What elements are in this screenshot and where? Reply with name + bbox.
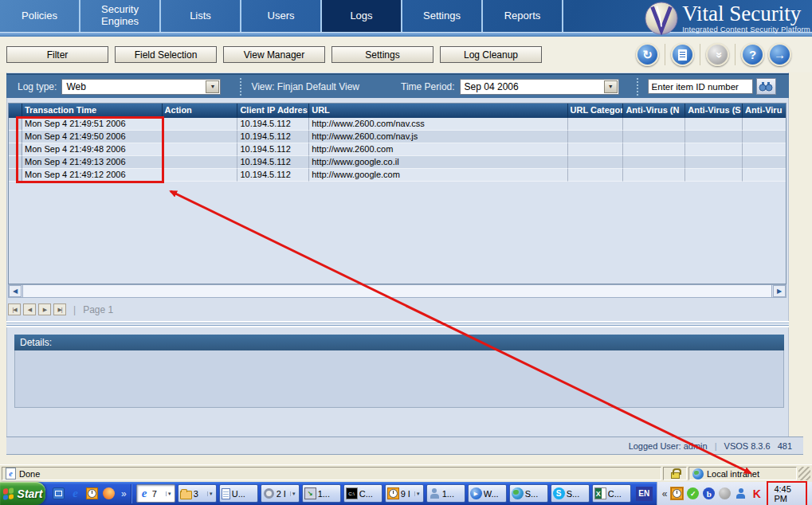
report-icon[interactable] [671,43,694,66]
field-selection-button[interactable]: Field Selection [115,46,217,63]
item-id-input[interactable] [648,79,753,94]
task-ie-group[interactable]: 7 ▼ [136,484,175,503]
task-installer[interactable]: 1... [302,484,341,503]
cell-anti-virus-3 [743,156,786,169]
task-folder-group[interactable]: 3 ▼ [178,484,217,503]
cell-client-ip: 10.194.5.112 [237,156,309,169]
cell-url-category [568,156,624,169]
tray-collapse-icon[interactable]: « [662,488,668,499]
table-row[interactable]: Mon Sep 4 21:49:50 2006 10.194.5.112 htt… [9,131,786,143]
cell-anti-virus-2 [685,156,743,169]
commit-chevron-icon[interactable]: « [706,43,729,66]
task-label: S... [525,489,546,499]
col-anti-virus-3[interactable]: Anti-Viru [743,104,786,118]
tab-label: Reports [504,10,541,22]
col-url-category[interactable]: URL Categor [568,104,624,118]
scrollbar-thumb[interactable] [22,285,772,297]
chevron-down-icon[interactable]: ▼ [604,80,618,93]
col-anti-virus-2[interactable]: Anti-Virus (S [685,104,743,118]
start-button[interactable]: Start [0,482,45,505]
chevron-down-icon[interactable]: ▼ [166,491,173,496]
app-circle-icon [264,488,274,499]
tab-policies[interactable]: Policies [0,0,80,32]
globe-icon [512,487,524,499]
search-binoculars-icon[interactable] [756,78,776,95]
task-user-app[interactable]: 1... [426,484,465,503]
table-row[interactable]: Mon Sep 4 21:49:48 2006 10.194.5.112 htt… [9,143,786,156]
task-cmd[interactable]: C... [343,484,382,503]
tab-settings[interactable]: Settings [402,0,483,32]
taskbar-clock[interactable]: 4:45 PM [767,481,807,505]
tab-reports[interactable]: Reports [483,0,563,32]
first-page-icon[interactable]: |◀ [8,303,21,315]
quick-launch: » [53,487,127,499]
folder-icon [180,491,192,499]
scroll-right-icon[interactable]: ▶ [773,285,786,297]
user-icon [429,487,441,499]
cell-url: http://www.google.co.il [309,156,567,169]
tray-check-icon[interactable] [687,487,699,499]
task-label: S... [567,489,587,499]
col-client-ip[interactable]: Client IP Addres [237,104,309,118]
table-row[interactable]: Mon Sep 4 21:49:13 2006 10.194.5.112 htt… [9,156,786,169]
chevron-down-icon[interactable]: ▼ [206,80,219,93]
show-desktop-icon[interactable] [53,487,65,499]
filter-button[interactable]: Filter [6,46,108,63]
tray-gray-app-icon[interactable] [719,487,731,499]
horizontal-scrollbar[interactable]: ◀ ▶ [8,284,787,298]
tab-label: Policies [22,10,57,22]
internet-explorer-icon[interactable] [69,487,81,499]
task-label: 7 [152,489,164,499]
filter-bar: Log type: Web ▼ View: Finjan Default Vie… [6,73,789,98]
logout-icon[interactable]: → [768,43,791,66]
task-label: C... [608,489,629,499]
col-transaction-time[interactable]: Transaction Time [22,104,163,118]
task-document[interactable]: U... [219,484,258,503]
last-page-icon[interactable]: ▶| [53,303,66,315]
splitter-bar[interactable] [6,321,789,327]
col-action[interactable]: Action [163,104,238,118]
clock-icon [387,487,399,499]
log-type-select[interactable]: Web ▼ [61,79,221,95]
log-cleanup-button[interactable]: Log Cleanup [440,46,542,63]
task-globe-app[interactable]: S... [509,484,548,503]
chevron-down-icon[interactable]: ▼ [290,491,297,496]
table-row[interactable]: Mon Sep 4 21:49:51 2006 10.194.5.112 htt… [9,118,786,131]
scroll-left-icon[interactable]: ◀ [9,285,22,297]
tab-security-engines[interactable]: Security Engines [80,0,161,32]
quick-launch-overflow-icon[interactable]: » [121,488,127,499]
task-skype[interactable]: S... [551,484,590,503]
cell-anti-virus-2 [685,131,743,143]
chevron-down-icon[interactable]: ▼ [207,491,214,496]
tray-messenger-person-icon[interactable] [735,487,747,499]
language-indicator[interactable]: EN [636,487,653,501]
settings-button[interactable]: Settings [331,46,433,63]
cell-anti-virus-3 [743,118,786,131]
col-anti-virus-1[interactable]: Anti-Virus (N [623,104,685,118]
tab-lists[interactable]: Lists [161,0,241,32]
refresh-icon[interactable]: ↻ [636,43,659,66]
tray-clock-app-icon[interactable] [671,487,683,499]
tab-logs[interactable]: Logs [322,0,402,32]
resize-grip[interactable] [798,467,810,480]
details-panel [14,350,784,408]
next-page-icon[interactable]: ▶ [38,303,51,315]
tray-b-icon[interactable] [703,487,715,499]
table-row[interactable]: Mon Sep 4 21:49:12 2006 10.194.5.112 htt… [9,169,786,182]
task-app-group[interactable]: 2 I ▼ [261,484,300,503]
system-tray: « 4:45 PM [657,482,812,505]
col-url[interactable]: URL [309,104,567,118]
task-media-player[interactable]: W... [468,484,507,503]
chevron-down-icon[interactable]: ▼ [414,491,422,496]
tray-kaspersky-icon[interactable] [751,487,763,499]
help-icon[interactable]: ? [741,43,764,66]
tab-users[interactable]: Users [241,0,322,32]
clock-app-icon[interactable] [86,487,98,499]
dotted-separator [637,78,638,96]
task-clock-group[interactable]: 9 I ▼ [385,484,424,503]
task-excel[interactable]: C... [592,484,631,503]
view-manager-button[interactable]: View Manager [223,46,325,63]
time-period-select[interactable]: Sep 04 2006 ▼ [460,79,619,95]
prev-page-icon[interactable]: ◀ [23,303,36,315]
firefox-icon[interactable] [103,487,115,499]
